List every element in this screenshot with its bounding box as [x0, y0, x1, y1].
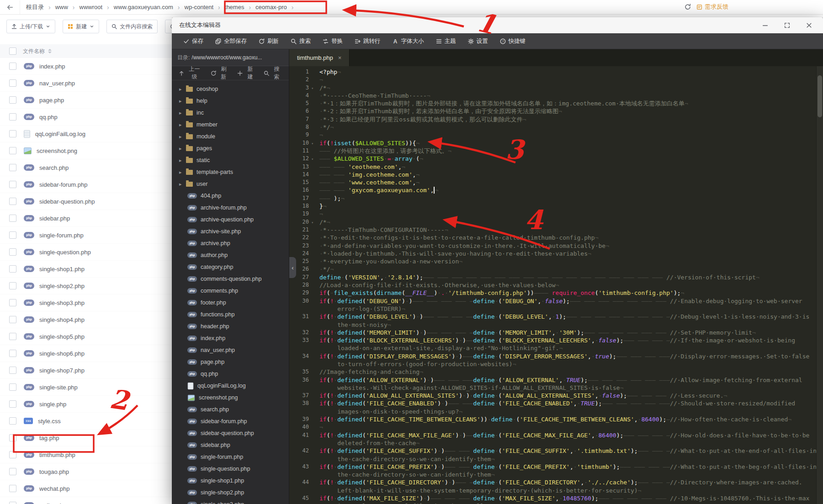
- caret-right-icon[interactable]: ▸: [179, 98, 183, 104]
- new-button[interactable]: 新建: [63, 20, 99, 33]
- row-checkbox[interactable]: [9, 181, 16, 188]
- tree-file[interactable]: phpsidebar-forum.php: [172, 415, 289, 427]
- row-checkbox[interactable]: [9, 248, 16, 256]
- code-line[interactable]: 28//Load·a·config·file·if·it·exists.·Oth…: [289, 281, 817, 289]
- code-line[interactable]: websites.·Will·check·against·ALLOWED_SIT…: [289, 384, 817, 392]
- code-line[interactable]: loaded·on·an·external·site,·display·a·re…: [289, 344, 817, 352]
- file-name[interactable]: single.php: [39, 401, 66, 408]
- code-line[interactable]: 27define·('VERSION',·'2.8.14');——— ——— —…: [289, 273, 817, 281]
- code-line[interactable]: 26·*/¬: [289, 265, 817, 273]
- code-line[interactable]: 22·*·To·edit·the·configs·it·is·best·to·c…: [289, 234, 817, 242]
- maximize-button[interactable]: [783, 21, 791, 29]
- file-name[interactable]: weibo.php: [39, 502, 66, 504]
- file-name[interactable]: single-question.php: [39, 249, 91, 256]
- tab-close-icon[interactable]: ×: [338, 54, 342, 61]
- theme-button[interactable]: 主题: [430, 33, 462, 49]
- file-name[interactable]: single-shop2.php: [39, 283, 85, 289]
- breadcrumb-item[interactable]: themes: [223, 4, 246, 10]
- tree-folder[interactable]: ▸static: [172, 154, 289, 166]
- row-checkbox[interactable]: [9, 96, 16, 104]
- tree-file[interactable]: phpsingle-forum.php: [172, 451, 289, 463]
- code-line[interactable]: 20▾/*¬: [289, 218, 817, 226]
- tree-file[interactable]: phpqq.php: [172, 368, 289, 380]
- file-name[interactable]: qqLoginFailLog.log: [35, 131, 85, 137]
- tree-file[interactable]: phparchive-question.php: [172, 214, 289, 226]
- tree-file[interactable]: phpfooter.php: [172, 297, 289, 309]
- tree-file[interactable]: phpcomments-question.php: [172, 273, 289, 285]
- code-line[interactable]: 38if(!·defined('FILE_CACHE_ENABLED')·)——…: [289, 399, 817, 407]
- tree-file[interactable]: phpsidebar.php: [172, 439, 289, 451]
- code-line[interactable]: 23·*·and·define·variables·you·want·to·cu…: [289, 242, 817, 250]
- code-line[interactable]: 32if(!·defined('MEMORY_LIMIT')·)——— ——— …: [289, 329, 817, 336]
- file-row[interactable]: phpsingle-shop7.php: [0, 362, 172, 379]
- row-checkbox[interactable]: [9, 451, 16, 458]
- row-checkbox[interactable]: [9, 215, 16, 222]
- tree-file[interactable]: phpsingle-question.php: [172, 463, 289, 475]
- code-line[interactable]: 4·*·----·CeoTheme·TimThumb·----¬: [289, 92, 817, 100]
- code-line[interactable]: 39if(!·defined('FILE_CACHE_TIME_BETWEEN_…: [289, 415, 817, 423]
- code-line[interactable]: error·log·(STDERR)¬: [289, 305, 817, 313]
- code-line[interactable]: 17——— );¬: [289, 194, 817, 202]
- caret-right-icon[interactable]: ▸: [179, 86, 183, 92]
- file-row[interactable]: phpweibo.php: [0, 497, 172, 504]
- file-name[interactable]: tougao.php: [39, 468, 69, 475]
- code-line[interactable]: 30if(!·defined('DEBUG_ON')·)——— ——— ——— …: [289, 297, 817, 305]
- code-line[interactable]: 18}¬: [289, 202, 817, 210]
- code-line[interactable]: 6·*·2：如果开启TimThumb裁剪时，若未添加外链白名单，由于安全原因将无…: [289, 107, 817, 115]
- caret-right-icon[interactable]: ▸: [179, 134, 183, 140]
- code-line[interactable]: 1<?php¬: [289, 68, 817, 76]
- file-row[interactable]: phpnav_user.php: [0, 75, 172, 92]
- tree-file[interactable]: phpsingle-shop2.php: [172, 487, 289, 499]
- file-name[interactable]: tag.php: [39, 435, 59, 441]
- tree-refresh-button[interactable]: 刷新: [207, 67, 233, 79]
- save-button[interactable]: 保存: [177, 33, 209, 49]
- file-name[interactable]: single-shop3.php: [39, 299, 85, 306]
- code-line[interactable]: 24·*·loaded·by·timthumb.·This·will·save·…: [289, 250, 817, 257]
- tree-file[interactable]: phpsingle-shop1.php: [172, 475, 289, 487]
- refresh-button[interactable]: 刷新: [253, 33, 285, 49]
- code-line[interactable]: the·cache·directory·so·we·can·identify·t…: [289, 455, 817, 463]
- breadcrumb-item[interactable]: www.gaoxueyuan.com: [112, 4, 175, 10]
- code-line[interactable]: Left·blank·it·will·use·the·system·tempor…: [289, 487, 817, 494]
- file-name[interactable]: qq.php: [39, 114, 58, 121]
- file-name[interactable]: page.php: [39, 97, 64, 104]
- file-name[interactable]: index.php: [39, 63, 65, 70]
- row-checkbox[interactable]: [9, 147, 16, 154]
- code-line[interactable]: 33if(!·defined('BLOCK_EXTERNAL_LEECHERS'…: [289, 336, 817, 344]
- tree-folder[interactable]: ▸template-parts: [172, 166, 289, 178]
- partial-button[interactable]: [165, 20, 172, 33]
- row-checkbox[interactable]: [9, 502, 16, 504]
- file-row[interactable]: phpsingle-shop2.php: [0, 278, 172, 294]
- row-checkbox[interactable]: [9, 316, 16, 323]
- close-button[interactable]: [805, 21, 813, 29]
- code-line[interactable]: 15——— ——— 'www.ceotheme.com',¬: [289, 178, 817, 186]
- file-row[interactable]: screenshot.png: [0, 142, 172, 159]
- tree-file[interactable]: phpcategory.php: [172, 261, 289, 273]
- file-row[interactable]: phpsidebar.php: [0, 210, 172, 227]
- file-row[interactable]: phpsingle.php: [0, 396, 172, 413]
- code-line[interactable]: 8·*/¬: [289, 123, 817, 131]
- code-line[interactable]: 5·*·1：如果开启TimThumb裁剪时，图片是外部链接，请在这里添加外链域名…: [289, 100, 817, 107]
- tree-search-button[interactable]: 搜索: [260, 67, 286, 79]
- dialog-titlebar[interactable]: 在线文本编辑器: [172, 17, 823, 33]
- fold-icon[interactable]: ▾: [311, 219, 313, 226]
- fold-icon[interactable]: ▾: [311, 140, 313, 147]
- tree-folder[interactable]: ▸pages: [172, 142, 289, 154]
- code-line[interactable]: 41if(!·defined('FILE_CACHE_MAX_FILE_AGE'…: [289, 431, 817, 439]
- row-checkbox[interactable]: [9, 383, 16, 391]
- breadcrumb-item[interactable]: 根目录: [25, 3, 45, 11]
- tree-file[interactable]: phpsearch.php: [172, 404, 289, 415]
- caret-right-icon[interactable]: ▸: [179, 146, 183, 152]
- file-row[interactable]: phpsingle-shop6.php: [0, 345, 172, 362]
- code-line[interactable]: 43if(!·defined('FILE_CACHE_PREFIX')·)———…: [289, 463, 817, 471]
- row-checkbox[interactable]: [9, 231, 16, 239]
- caret-right-icon[interactable]: ▸: [179, 181, 183, 187]
- tree-file[interactable]: phpindex.php: [172, 332, 289, 344]
- code-line[interactable]: images·on·disk·to·speed·things·up?¬: [289, 408, 817, 415]
- collapse-tree-handle[interactable]: ‹: [289, 257, 296, 278]
- file-name[interactable]: timthumb.php: [39, 452, 75, 458]
- row-checkbox[interactable]: [9, 350, 16, 357]
- file-name[interactable]: single-forum.php: [39, 232, 84, 239]
- file-name[interactable]: sidebar-question.php: [39, 198, 95, 205]
- fold-icon[interactable]: ▾: [311, 84, 313, 92]
